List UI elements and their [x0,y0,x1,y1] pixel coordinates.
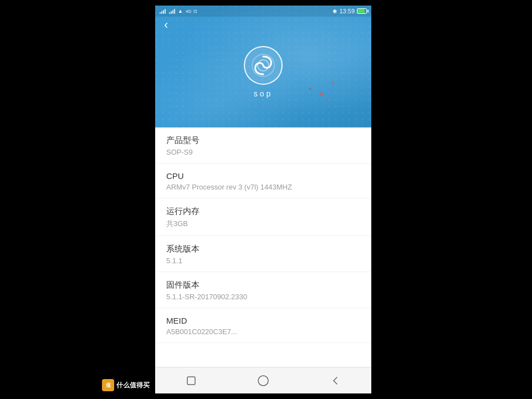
data-icon: 4G [186,9,192,14]
wifi-icon: ▲ [178,8,183,14]
sop-svg-icon [250,52,277,79]
bottom-nav [155,367,371,393]
value-firmware: 5.1.1-SR-20170902.2330 [166,293,360,301]
battery-fill [357,9,365,13]
watermark-text: 什么值得买 [116,381,150,390]
nav-back[interactable] [324,370,346,392]
signal-bars-2 [169,8,175,14]
info-item-meid: MEID A5B001C0220C3E7... [155,308,371,343]
svg-point-3 [331,82,334,84]
svg-rect-8 [187,377,195,385]
status-bar: ▲ 4G ⊡ ✱ 13:59 [155,6,371,17]
value-cpu: ARMv7 Processor rev 3 (v7l) 1443MHZ [166,183,360,191]
info-list: 产品型号 SOP-S9 CPU ARMv7 Processor rev 3 (v… [155,127,371,367]
value-ram: 共3GB [166,219,360,229]
info-item-firmware: 固件版本 5.1.1-SR-20170902.2330 [155,272,371,308]
info-item-ram: 运行内存 共3GB [155,198,371,236]
nav-home[interactable] [252,370,274,392]
label-sysver: 系统版本 [166,244,360,254]
watermark-icon: 值 [102,379,114,391]
sop-circle [244,46,283,85]
sop-logo: sop [244,46,283,98]
time-display: 13:59 [339,8,355,14]
signal-bars [160,8,166,14]
brand-name: sop [254,89,273,98]
value-sysver: 5.1.1 [166,257,360,265]
label-meid: MEID [166,316,360,325]
value-meid: A5B001C0220C3E7... [166,328,360,336]
label-cpu: CPU [166,171,360,181]
svg-point-4 [326,99,328,101]
back-button[interactable]: ‹ [164,18,168,32]
value-model: SOP-S9 [166,148,360,156]
nav-recent-apps[interactable] [180,370,202,392]
battery-icon [357,8,367,14]
svg-point-9 [258,376,268,386]
label-model: 产品型号 [166,135,360,146]
status-right: ✱ 13:59 [332,8,367,14]
label-ram: 运行内存 [166,206,360,217]
hero-section: ‹ sop [155,6,371,127]
svg-point-2 [320,93,323,96]
svg-point-5 [309,88,311,90]
watermark: 值 什么值得买 [102,379,150,391]
bluetooth-icon: ✱ [332,8,337,14]
status-left: ▲ 4G ⊡ [160,8,197,14]
screen-icon: ⊡ [193,9,197,14]
info-item-cpu: CPU ARMv7 Processor rev 3 (v7l) 1443MHZ [155,163,371,198]
phone-frame: ▲ 4G ⊡ ✱ 13:59 [155,6,371,393]
label-firmware: 固件版本 [166,280,360,290]
info-item-sysver: 系统版本 5.1.1 [155,236,371,272]
info-item-model: 产品型号 SOP-S9 [155,127,371,163]
